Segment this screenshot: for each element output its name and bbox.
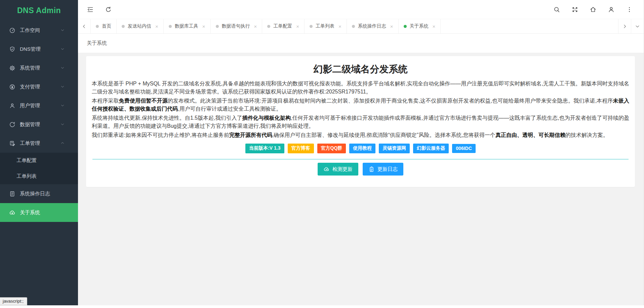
- about-paragraph-0: 本系统是基于 PHP + MySQL 开发的二级域名分发系统,具备卓越的性能表现…: [92, 80, 629, 96]
- tab-status-dot: [310, 25, 313, 28]
- fullscreen-icon[interactable]: [571, 6, 578, 13]
- chevron-down-icon: [61, 122, 65, 126]
- home-icon[interactable]: [590, 6, 597, 13]
- dashboard-icon: [9, 27, 15, 34]
- header-left-icons: [87, 6, 112, 13]
- paragraph-bold-text: 免费使用但暂不开源: [119, 98, 168, 104]
- yen-circle-icon: [9, 84, 15, 90]
- badge-5[interactable]: 幻影云服务器: [413, 144, 449, 153]
- divider: [92, 159, 629, 159]
- tab-status-dot: [122, 25, 125, 28]
- about-paragraph-1: 本程序采取免费使用但暂不开源的发布模式。此决策源于当前市场环境:开源项目极易在短…: [92, 97, 629, 113]
- tab-5[interactable]: 工单列表×: [305, 19, 347, 33]
- badge-0[interactable]: 当前版本:V 1.3: [245, 144, 284, 153]
- tab-status-dot: [267, 25, 270, 28]
- tab-6[interactable]: 系统操作日志×: [347, 19, 399, 33]
- sidebar-item-3[interactable]: 支付管理: [0, 77, 78, 96]
- close-icon[interactable]: ×: [433, 24, 436, 29]
- chevron-down-icon: [61, 66, 65, 70]
- tab-status-dot: [352, 25, 355, 28]
- about-paragraph-3: 我们郑重承诺:如将来因不可抗力停止维护,将在终止服务前完整开源所有代码,确保用户…: [92, 131, 629, 139]
- sidebar-item-6[interactable]: 工单管理: [0, 134, 78, 153]
- about-card: 幻影二级域名分发系统 本系统是基于 PHP + MySQL 开发的二级域名分发系…: [86, 56, 635, 187]
- paragraph-text: 的发布模式。此决策源于当前市场环境:开源项目极易在短时间内被二次封装、添加授权并…: [168, 98, 613, 104]
- badge-3[interactable]: 使用教程: [349, 144, 375, 153]
- tabs-scroll-right-button[interactable]: [618, 19, 631, 33]
- tab-7[interactable]: 关于系统×: [399, 19, 441, 33]
- tabs-menu-button[interactable]: [631, 19, 644, 33]
- chevron-down-icon: [61, 28, 65, 32]
- action-buttons: 检测更新更新日志: [92, 163, 629, 176]
- sidebar-subitem-1[interactable]: 工单列表: [0, 168, 78, 184]
- kebab-menu-icon[interactable]: [626, 6, 633, 13]
- paragraph-text: 的技术解决方案。: [565, 132, 608, 138]
- sidebar-item-8[interactable]: 关于系统: [0, 203, 78, 222]
- tab-1[interactable]: 发送站内信×: [117, 19, 164, 33]
- paragraph-text: ,用户可自行审计或通过安全工具检测验证。: [178, 106, 281, 112]
- log-icon: [9, 191, 15, 197]
- header-right-icons: [553, 6, 633, 13]
- close-icon[interactable]: ×: [390, 24, 393, 29]
- search-icon[interactable]: [553, 6, 560, 13]
- badge-6[interactable]: 006IDC: [452, 144, 475, 153]
- tab-2[interactable]: 数据库工具×: [164, 19, 211, 33]
- sidebar: DNS Admin 工作空间DNS管理系统管理支付管理用户管理数据管理工单管理工…: [0, 0, 78, 305]
- about-paragraph-2: 系统将持续迭代更新,保持技术先进性。自1.5版本起,我们引入了插件化与模板化架构…: [92, 114, 629, 130]
- breadcrumb: 关于系统: [78, 34, 644, 53]
- close-icon[interactable]: ×: [338, 24, 341, 29]
- about-paragraphs: 本系统是基于 PHP + MySQL 开发的二级域名分发系统,具备卓越的性能表现…: [92, 80, 629, 139]
- tab-label: 数据语句执行: [222, 23, 250, 29]
- tabs-scroll-left-button[interactable]: [78, 19, 91, 33]
- header: [78, 0, 644, 19]
- badge-1[interactable]: 官方博客: [288, 144, 314, 153]
- user-icon[interactable]: [608, 6, 615, 13]
- tab-status-dot: [96, 25, 99, 28]
- paragraph-text: 本系统是基于 PHP + MySQL 开发的二级域名分发系统,具备卓越的性能表现…: [92, 81, 629, 94]
- paragraph-text: ,确保用户可自主部署、修改与延续使用,彻底消除“供应商锁定”风险。选择本系统,您…: [272, 132, 495, 138]
- sidebar-item-5[interactable]: 数据管理: [0, 115, 78, 134]
- tab-label: 首页: [102, 23, 111, 29]
- paragraph-bold-text: 插件化与模板化架构: [242, 115, 291, 121]
- sidebar-nav: 工作空间DNS管理系统管理支付管理用户管理数据管理工单管理工单配置工单列表系统操…: [0, 21, 78, 222]
- close-icon[interactable]: ×: [254, 24, 257, 29]
- paragraph-bold-text: 真正自由、透明、可长期信赖: [495, 132, 565, 138]
- sidebar-subitem-0[interactable]: 工单配置: [0, 153, 78, 168]
- refresh-icon[interactable]: [105, 6, 112, 13]
- close-icon[interactable]: ×: [202, 24, 205, 29]
- paragraph-text: 系统将持续迭代更新,保持技术先进性。自1.5版本起,我们引入了: [92, 115, 242, 121]
- collapse-menu-icon[interactable]: [87, 6, 94, 13]
- tab-4[interactable]: 工单配置×: [262, 19, 305, 33]
- tab-0[interactable]: 首页: [91, 19, 117, 33]
- close-icon[interactable]: ×: [296, 24, 299, 29]
- chevron-up-icon: [61, 141, 65, 145]
- paragraph-bold-text: 完整开源所有代码: [229, 132, 272, 138]
- cloud-sync-icon: [323, 166, 330, 172]
- cloud-up-icon: [9, 209, 15, 216]
- user-icon: [9, 103, 15, 109]
- action-button-label: 更新日志: [377, 166, 398, 172]
- sidebar-submenu: 工单配置工单列表: [0, 153, 78, 184]
- tab-3[interactable]: 数据语句执行×: [211, 19, 263, 33]
- badge-2[interactable]: 官方QQ群: [317, 144, 346, 153]
- tab-label: 工单列表: [316, 23, 334, 29]
- sidebar-item-0[interactable]: 工作空间: [0, 21, 78, 40]
- check-update-button[interactable]: 检测更新: [318, 163, 358, 176]
- badge-4[interactable]: 灵锡资源网: [379, 144, 410, 153]
- sidebar-item-2[interactable]: 系统管理: [0, 59, 78, 77]
- tab-label: 发送站内信: [128, 23, 151, 29]
- tab-strip: 首页发送站内信×数据库工具×数据语句执行×工单配置×工单列表×系统操作日志×关于…: [91, 19, 618, 33]
- tab-bar: 首页发送站内信×数据库工具×数据语句执行×工单配置×工单列表×系统操作日志×关于…: [78, 19, 644, 34]
- sidebar-item-7[interactable]: 系统操作日志: [0, 184, 78, 203]
- status-tooltip: javascript:;: [0, 297, 27, 305]
- tab-label: 关于系统: [410, 23, 429, 29]
- chevron-down-icon: [61, 104, 65, 108]
- tab-label: 系统操作日志: [358, 23, 386, 29]
- close-icon[interactable]: ×: [155, 24, 158, 29]
- breadcrumb-label: 关于系统: [87, 40, 107, 46]
- changelog-button[interactable]: 更新日志: [363, 163, 403, 176]
- sidebar-item-4[interactable]: 用户管理: [0, 96, 78, 115]
- sidebar-item-1[interactable]: DNS管理: [0, 40, 78, 59]
- paragraph-text: 本程序采取: [92, 98, 119, 104]
- tab-status-dot: [216, 25, 219, 28]
- chevron-down-icon: [61, 47, 65, 51]
